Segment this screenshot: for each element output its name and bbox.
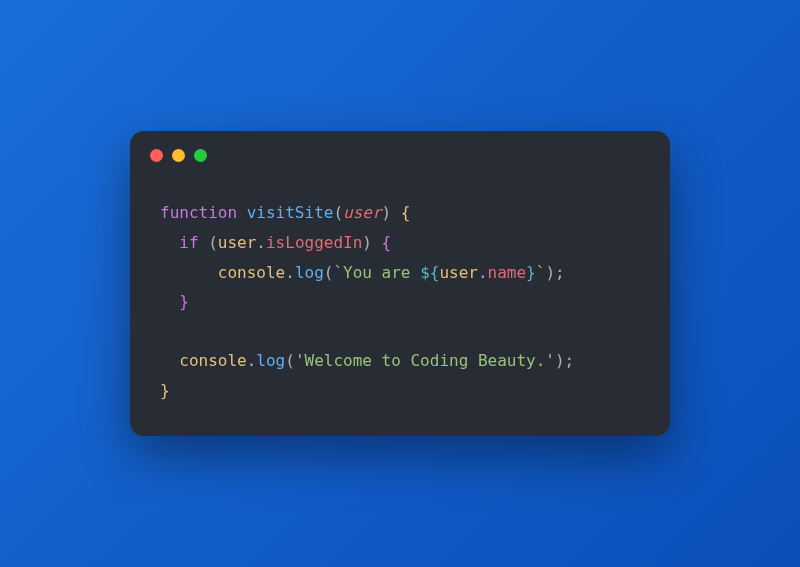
template-close: }	[526, 263, 536, 282]
identifier: user	[439, 263, 478, 282]
param-user: user	[343, 203, 382, 222]
keyword-function: function	[160, 203, 237, 222]
method-log: log	[295, 263, 324, 282]
keyword-if: if	[179, 233, 198, 252]
indent	[160, 263, 218, 282]
window-titlebar	[130, 131, 670, 170]
method-log: log	[256, 351, 285, 370]
identifier: console	[179, 351, 246, 370]
space	[199, 233, 209, 252]
minimize-icon[interactable]	[172, 149, 185, 162]
brace-close: }	[179, 292, 189, 311]
space	[237, 203, 247, 222]
dot: .	[247, 351, 257, 370]
backtick: `	[536, 263, 546, 282]
paren-open: (	[285, 351, 295, 370]
string-literal: 'Welcome to Coding Beauty.'	[295, 351, 555, 370]
brace-open: {	[382, 233, 392, 252]
property: isLoggedIn	[266, 233, 362, 252]
dot: .	[285, 263, 295, 282]
paren-close: )	[382, 203, 401, 222]
maximize-icon[interactable]	[194, 149, 207, 162]
paren-close: );	[545, 263, 564, 282]
brace-close: }	[160, 381, 170, 400]
paren-open: (	[208, 233, 218, 252]
property: name	[488, 263, 527, 282]
string-text: You are	[343, 263, 420, 282]
indent	[160, 292, 179, 311]
dot: .	[256, 233, 266, 252]
identifier: user	[218, 233, 257, 252]
paren-close: );	[555, 351, 574, 370]
dot: .	[478, 263, 488, 282]
function-name: visitSite	[247, 203, 334, 222]
paren-open: (	[324, 263, 334, 282]
indent	[160, 233, 179, 252]
code-block: function visitSite(user) { if (user.isLo…	[130, 170, 670, 405]
brace-open: {	[401, 203, 411, 222]
indent	[160, 351, 179, 370]
close-icon[interactable]	[150, 149, 163, 162]
paren-open: (	[333, 203, 343, 222]
paren-close: )	[362, 233, 381, 252]
identifier: console	[218, 263, 285, 282]
template-open: ${	[420, 263, 439, 282]
code-window: function visitSite(user) { if (user.isLo…	[130, 131, 670, 435]
backtick: `	[333, 263, 343, 282]
